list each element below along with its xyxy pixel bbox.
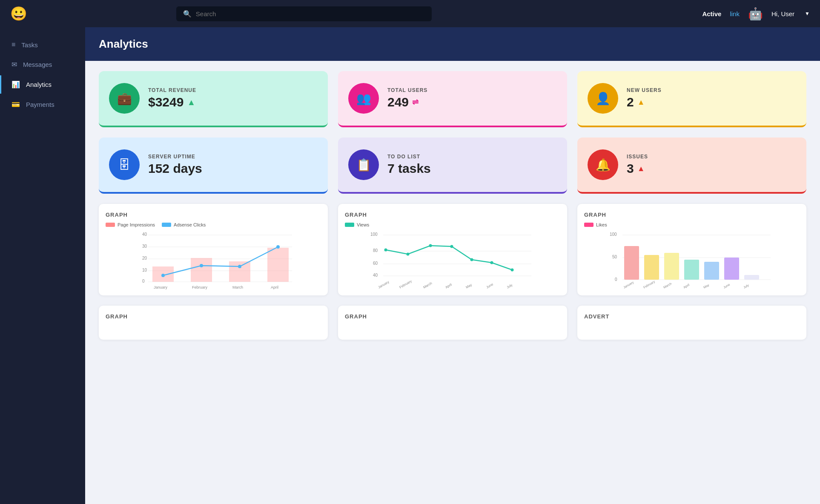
svg-text:July: July <box>743 283 750 289</box>
svg-rect-56 <box>744 275 759 280</box>
stat-card-server-uptime: 🗄 SERVER UPTIME 152 days <box>99 137 328 194</box>
svg-rect-50 <box>624 246 639 280</box>
sidebar-item-label: Messages <box>23 61 52 68</box>
stat-info-new-users: NEW USERS 2 ▲ <box>627 87 796 109</box>
avatar-icon: 🤖 <box>748 7 763 21</box>
graph-svg-2: 100 80 60 40 <box>345 231 560 290</box>
graph-svg-3: 100 50 0 <box>584 231 800 290</box>
svg-point-30 <box>384 249 387 252</box>
svg-text:March: March <box>423 281 433 289</box>
graph-card-3: GRAPH Likes 100 50 0 <box>577 204 806 295</box>
tasks-icon: ≡ <box>11 41 15 49</box>
svg-text:10: 10 <box>142 268 147 272</box>
legend-item-likes: Likes <box>584 222 607 227</box>
graphs-grid: GRAPH Page Impressions Adsense Clicks 40 <box>85 204 820 306</box>
graph-title-3: GRAPH <box>584 212 800 218</box>
legend-color-likes <box>584 223 593 227</box>
stat-label-new-users: NEW USERS <box>627 87 796 93</box>
svg-text:40: 40 <box>373 273 378 278</box>
svg-text:0: 0 <box>615 277 617 282</box>
total-users-icon: 👥 <box>348 83 379 114</box>
stat-value-issues: 3 ▲ <box>627 161 796 176</box>
stat-value-todo: 7 tasks <box>387 161 557 176</box>
exchange-icon: ⇌ <box>412 97 419 107</box>
stat-card-new-users: 👤 NEW USERS 2 ▲ <box>577 71 806 127</box>
svg-text:June: June <box>723 283 731 289</box>
svg-point-35 <box>490 261 493 264</box>
svg-text:February: February <box>643 280 656 289</box>
search-input[interactable] <box>196 10 425 17</box>
svg-text:March: March <box>663 282 673 289</box>
stat-card-issues: 🔔 ISSUES 3 ▲ <box>577 137 806 194</box>
graph-legend-3: Likes <box>584 222 800 227</box>
svg-point-16 <box>238 265 241 268</box>
content-header: Analytics <box>85 27 820 61</box>
svg-text:60: 60 <box>373 261 378 266</box>
sidebar-item-messages[interactable]: ✉ Messages <box>0 55 85 74</box>
svg-rect-52 <box>664 253 679 280</box>
stat-label-uptime: SERVER UPTIME <box>148 154 318 160</box>
svg-text:April: April <box>271 285 278 289</box>
sidebar-item-label: Analytics <box>26 81 52 88</box>
nav-right: Active link 🤖 Hi, User ▼ <box>702 7 810 21</box>
svg-text:March: March <box>232 285 243 289</box>
svg-text:100: 100 <box>610 232 617 237</box>
svg-point-15 <box>200 264 203 267</box>
chevron-down-icon: ▼ <box>805 11 810 17</box>
stat-info-uptime: SERVER UPTIME 152 days <box>148 154 318 176</box>
svg-text:May: May <box>465 283 473 289</box>
page-title: Analytics <box>99 37 806 51</box>
search-box: 🔍 <box>176 6 432 21</box>
legend-item-views: Views <box>345 222 369 227</box>
bottom-card-1: GRAPH <box>99 306 328 340</box>
legend-item-impressions: Page Impressions <box>106 222 155 227</box>
svg-point-36 <box>511 269 514 272</box>
svg-text:January: January <box>154 285 168 289</box>
sidebar-item-analytics[interactable]: 📊 Analytics <box>0 75 85 94</box>
graph-card-2: GRAPH Views 100 80 60 40 <box>338 204 567 295</box>
arrow-up-icon: ▲ <box>187 97 195 107</box>
bottom-card-title-advert: ADVERT <box>584 313 800 320</box>
main-layout: ≡ Tasks ✉ Messages 📊 Analytics 💳 Payment… <box>0 27 820 504</box>
svg-text:30: 30 <box>142 244 147 249</box>
bottom-section: GRAPH GRAPH ADVERT <box>85 306 820 350</box>
svg-rect-11 <box>191 258 212 282</box>
stat-info-revenue: TOTAL REVENUE $3249 ▲ <box>148 87 318 109</box>
stat-info-todo: TO DO LIST 7 tasks <box>387 154 557 176</box>
arrow-up-orange-icon: ▲ <box>637 98 645 107</box>
svg-point-32 <box>429 244 432 247</box>
nav-link[interactable]: link <box>730 10 740 17</box>
messages-icon: ✉ <box>11 60 17 69</box>
svg-point-34 <box>470 258 473 261</box>
stat-label-todo: TO DO LIST <box>387 154 557 160</box>
stat-card-todo: 📋 TO DO LIST 7 tasks <box>338 137 567 194</box>
svg-text:May: May <box>703 283 710 289</box>
svg-point-31 <box>407 253 410 256</box>
svg-text:February: February <box>192 285 208 289</box>
sidebar-item-payments[interactable]: 💳 Payments <box>0 95 85 114</box>
sidebar-item-tasks[interactable]: ≡ Tasks <box>0 36 85 54</box>
stat-value-users: 249 ⇌ <box>387 95 557 109</box>
bottom-card-advert: ADVERT <box>577 306 806 340</box>
legend-label-views: Views <box>357 222 369 227</box>
stat-card-total-revenue: 💼 TOTAL REVENUE $3249 ▲ <box>99 71 328 127</box>
graph-svg-1: 40 30 20 10 0 <box>106 231 321 290</box>
svg-text:February: February <box>399 279 413 289</box>
logo-icon: 😀 <box>10 6 27 22</box>
svg-text:April: April <box>445 283 453 289</box>
user-name: Hi, User <box>771 10 794 17</box>
svg-point-14 <box>161 274 165 277</box>
stat-info-users: TOTAL USERS 249 ⇌ <box>387 87 557 109</box>
svg-rect-51 <box>644 255 659 280</box>
svg-text:January: January <box>378 280 390 289</box>
server-uptime-icon: 🗄 <box>109 149 140 180</box>
svg-text:0: 0 <box>142 279 145 284</box>
graph-title-1: GRAPH <box>106 212 321 218</box>
stat-value-revenue: $3249 ▲ <box>148 95 318 109</box>
search-icon: 🔍 <box>183 10 192 18</box>
svg-text:40: 40 <box>142 232 147 237</box>
legend-item-clicks: Adsense Clicks <box>162 222 206 227</box>
arrow-up-red-icon: ▲ <box>637 164 645 173</box>
legend-label-impressions: Page Impressions <box>118 222 155 227</box>
legend-color-clicks <box>162 223 171 227</box>
